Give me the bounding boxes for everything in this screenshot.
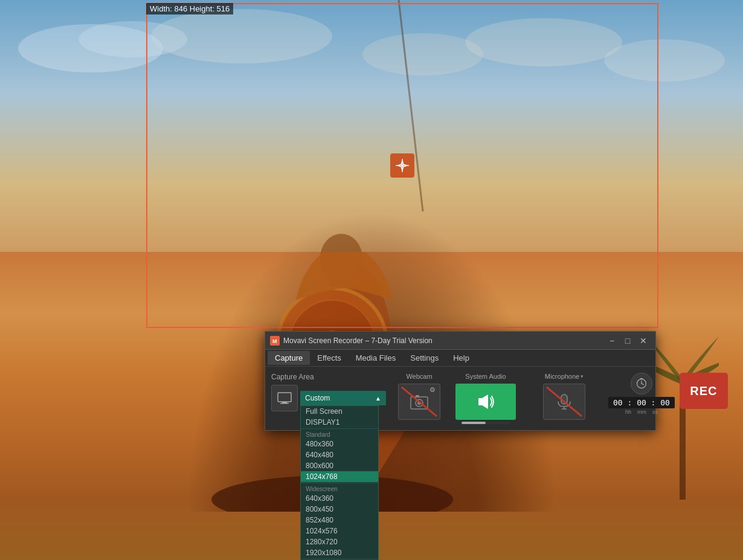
svg-line-31 [547, 387, 582, 416]
option-640x360[interactable]: 640x360 [301, 493, 378, 504]
capture-area-dimensions: Width: 846 Height: 516 [146, 3, 233, 14]
webcam-label: Webcam [406, 373, 432, 380]
dropdown-selected-value: Custom [305, 394, 330, 402]
svg-rect-21 [282, 402, 287, 403]
separator-1 [301, 428, 378, 429]
minimize-button[interactable]: − [605, 335, 619, 347]
system-audio-button[interactable] [455, 384, 516, 420]
timer-hh: hh [625, 409, 631, 415]
title-bar[interactable]: M Movavi Screen Recorder – 7-Day Trial V… [265, 332, 655, 350]
disabled-slash-svg [399, 384, 440, 419]
menu-bar: Capture Effects Media Files Settings Hel… [265, 350, 655, 367]
mic-slash-svg [544, 384, 585, 419]
resolution-dropdown-list: Full Screen DISPLAY1 Standard 480x360 64… [300, 405, 379, 560]
option-display1[interactable]: DISPLAY1 [301, 417, 378, 428]
timer-display: 00 : 00 : 00 [608, 397, 675, 408]
screen-icon-button[interactable] [271, 385, 298, 411]
heading-widescreen: Widescreen [301, 484, 378, 493]
system-audio-label: System Audio [465, 373, 506, 380]
audio-volume-fill [462, 422, 486, 424]
microphone-dropdown-arrow[interactable]: ▾ [581, 373, 584, 379]
svg-marker-16 [405, 164, 407, 167]
webcam-disabled-overlay [399, 384, 440, 419]
monitor-icon [277, 392, 292, 404]
webcam-section: Webcam ⚙ [392, 373, 446, 424]
svg-rect-22 [280, 403, 289, 404]
option-1920x1080[interactable]: 1920x1080 [301, 547, 378, 558]
microphone-button[interactable] [543, 384, 585, 420]
webcam-button[interactable]: ⚙ [398, 384, 440, 420]
svg-marker-15 [397, 164, 399, 167]
app-title: Movavi Screen Recorder – 7-Day Trial Ver… [283, 336, 605, 345]
left-panel: Capture Area Custom ▲ Ful [271, 373, 386, 424]
timer-icon-button[interactable] [631, 373, 652, 394]
crosshair-svg [394, 158, 410, 173]
capture-area-overlay[interactable]: Width: 846 Height: 516 [146, 3, 658, 328]
mic-disabled-overlay [544, 384, 585, 419]
svg-text:M: M [272, 338, 277, 344]
option-1024x576[interactable]: 1024x576 [301, 526, 378, 536]
timer-labels: hh mm ss [625, 409, 658, 415]
svg-line-27 [402, 387, 437, 416]
option-800x600[interactable]: 800x600 [301, 460, 378, 471]
speaker-icon [476, 392, 495, 411]
audio-volume-bar[interactable] [462, 422, 510, 424]
title-bar-controls: − □ ✕ [605, 335, 651, 347]
svg-marker-13 [401, 160, 404, 163]
separator-3 [301, 559, 378, 559]
capture-area-label: Capture Area [271, 373, 386, 381]
menu-media-files[interactable]: Media Files [349, 351, 403, 365]
app-window: M Movavi Screen Recorder – 7-Day Trial V… [265, 331, 656, 431]
menu-capture[interactable]: Capture [268, 351, 310, 365]
microphone-section: Microphone ▾ [525, 373, 603, 424]
record-button[interactable]: REC [680, 373, 728, 409]
menu-settings[interactable]: Settings [403, 351, 446, 365]
svg-line-34 [642, 384, 643, 385]
svg-marker-14 [401, 168, 404, 170]
app-icon: M [270, 336, 280, 346]
resolution-dropdown-container: Custom ▲ Full Screen DISPLAY1 Standard 4… [300, 391, 386, 405]
option-full-screen[interactable]: Full Screen [301, 406, 378, 417]
resolution-dropdown-button[interactable]: Custom ▲ [300, 391, 386, 405]
timer-mm: mm [637, 409, 646, 415]
capture-area-control: Custom ▲ Full Screen DISPLAY1 Standard 4… [271, 385, 386, 411]
menu-help[interactable]: Help [446, 351, 477, 365]
app-content: Capture Area Custom ▲ Ful [265, 367, 655, 430]
separator-2 [301, 483, 378, 483]
svg-rect-20 [278, 393, 291, 402]
microphone-label-area: Microphone ▾ [545, 373, 584, 380]
system-audio-section: System Audio [446, 373, 525, 424]
svg-point-17 [401, 164, 404, 167]
right-panel: Webcam ⚙ [392, 373, 728, 424]
heading-standard: Standard [301, 430, 378, 439]
option-1280x720[interactable]: 1280x720 [301, 536, 378, 547]
timer-section: 00 : 00 : 00 hh mm ss [608, 373, 675, 424]
dropdown-arrow-icon: ▲ [375, 395, 381, 402]
timer-ss: ss [652, 409, 658, 415]
close-button[interactable]: ✕ [636, 335, 651, 347]
option-480x360[interactable]: 480x360 [301, 439, 378, 449]
clock-icon [635, 378, 648, 390]
option-1024x768[interactable]: 1024x768 [301, 471, 378, 482]
menu-effects[interactable]: Effects [310, 351, 349, 365]
option-800x450[interactable]: 800x450 [301, 504, 378, 515]
move-cursor-icon[interactable] [390, 153, 414, 178]
option-640x480[interactable]: 640x480 [301, 449, 378, 460]
maximize-button[interactable]: □ [620, 335, 635, 347]
microphone-label: Microphone [545, 373, 579, 380]
app-logo-svg: M [271, 336, 279, 345]
option-852x480[interactable]: 852x480 [301, 515, 378, 526]
